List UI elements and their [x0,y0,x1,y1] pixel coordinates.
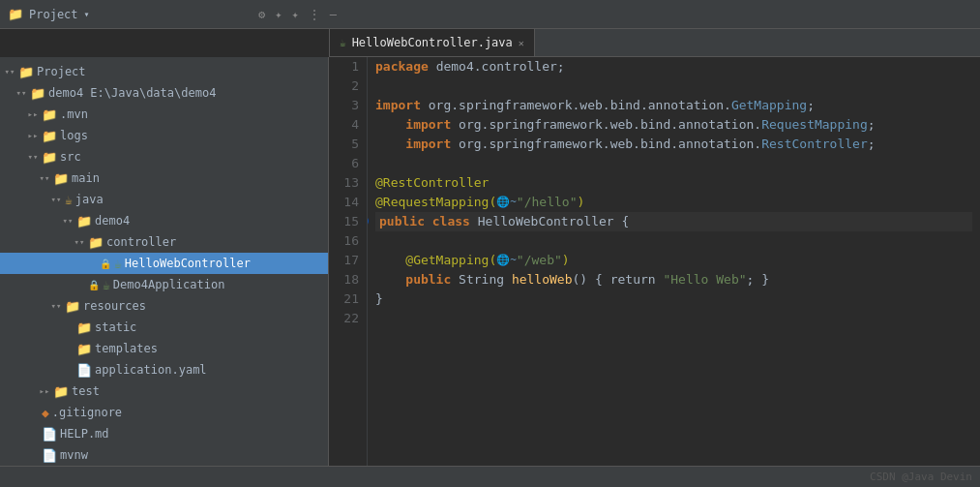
item-icon-15: 📁 [53,384,69,399]
bottom-bar: CSDN @Java Devin [0,466,980,487]
tab-bar: ☕ HelloWebController.java ✕ [329,29,980,57]
expand-arrow-4: ▾ [27,152,39,162]
code-line-14: @RequestMapping(🌐~"/hello") [375,193,972,212]
item-label-5: main [72,171,100,185]
main-content: ▾📁Project▾📁demo4 E:\Java\data\demo4▸📁.mv… [0,57,980,466]
code-line-2 [375,76,972,96]
item-label-10: Demo4Application [113,278,225,291]
settings-icon[interactable]: ⚙ [258,8,265,21]
line-num-16: 16 [337,231,359,251]
item-icon-14: 📄 [76,363,92,378]
sidebar-item-17[interactable]: 📄HELP.md [0,423,328,444]
expand-arrow-11: ▾ [50,301,62,311]
tab-hello-web-controller[interactable]: ☕ HelloWebController.java ✕ [330,29,535,56]
title-bar-left: 📁 Project ▾ ⚙ ✦ ✦ ⋮ — [8,7,337,21]
code-line-6 [375,154,972,173]
line-num-15: 15 [337,212,359,231]
item-label-6: java [75,193,104,206]
item-label-4: src [60,150,81,164]
sidebar-item-11[interactable]: ▾📁resources [0,295,328,317]
code-line-16 [375,231,972,251]
item-icon-13: 📁 [76,342,92,356]
debug-icon[interactable]: ✦ [292,8,299,21]
sidebar-item-0[interactable]: ▾📁Project [0,61,328,82]
item-icon-16: ◆ [42,406,49,420]
item-icon-7: 📁 [76,214,92,228]
line-num-13: 13 [337,173,359,193]
line-num-22: 22 [337,309,359,328]
sidebar-item-2[interactable]: ▸📁.mvn [0,104,328,125]
project-chevron[interactable]: ▾ [84,9,90,19]
line-num-5: 5 [337,135,359,154]
sidebar-item-9[interactable]: 🔒☕HelloWebController [0,253,328,274]
item-icon-6: ☕ [65,193,73,207]
item-label-13: templates [95,342,158,355]
sidebar-item-7[interactable]: ▾📁demo4 [0,210,328,231]
run-icon[interactable]: ✦ [275,8,282,21]
item-label-2: .mvn [60,107,88,121]
expand-arrow-3: ▸ [27,131,39,140]
item-icon-0: 📁 [18,65,34,79]
more-icon[interactable]: ⋮ [309,8,320,21]
title-bar: 📁 Project ▾ ⚙ ✦ ✦ ⋮ — [0,0,980,29]
code-line-3: [-]import org.springframework.web.bind.a… [375,96,972,115]
code-line-22 [375,309,972,328]
sidebar-item-14[interactable]: 📄application.yaml [0,359,328,380]
sidebar-item-16[interactable]: ◆.gitignore [0,402,328,423]
sidebar-item-6[interactable]: ▾☕java [0,189,328,210]
sidebar-item-1[interactable]: ▾📁demo4 E:\Java\data\demo4 [0,82,328,104]
item-icon-8: 📁 [88,235,104,250]
sidebar-item-18[interactable]: 📄mvnw [0,444,328,466]
sidebar-item-12[interactable]: 📁static [0,317,328,338]
line-num-21: 21 [337,289,359,309]
line-num-17: 17 [337,251,359,270]
sidebar-item-10[interactable]: 🔒☕Demo4Application [0,274,328,295]
expand-arrow-5: ▾ [39,173,50,183]
item-icon-1: 📁 [30,86,45,101]
sidebar-item-15[interactable]: ▸📁test [0,380,328,402]
code-line-21: } [375,289,972,309]
sidebar-item-4[interactable]: ▾📁src [0,146,328,167]
item-label-3: logs [60,129,88,142]
sidebar-item-8[interactable]: ▾📁controller [0,231,328,253]
sidebar-item-3[interactable]: ▸📁logs [0,125,328,146]
item-label-1: demo4 E:\Java\data\demo4 [48,86,216,100]
expand-arrow-7: ▾ [62,216,74,226]
project-title: Project [29,8,78,21]
tab-label: HelloWebController.java [352,36,513,49]
line-num-3: 3 [337,96,359,115]
expand-arrow-0: ▾ [4,67,15,76]
expand-arrow-2: ▸ [27,109,39,119]
item-icon-5: 📁 [53,171,69,186]
code-line-15: 🔵public class HelloWebController { [375,212,972,231]
item-label-18: mvnw [60,448,88,462]
code-line-5: [-] import org.springframework.web.bind.… [375,135,972,154]
item-icon-18: 📄 [42,448,57,463]
code-line-1: package demo4.controller; [375,57,972,76]
sidebar-item-13[interactable]: 📁templates [0,338,328,359]
item-label-16: .gitignore [52,406,122,419]
item-label-12: static [95,320,136,334]
sidebar-item-5[interactable]: ▾📁main [0,167,328,189]
item-label-11: resources [83,299,146,313]
item-label-8: controller [106,235,176,249]
line-num-2: 2 [337,76,359,96]
lock-icon-10: 🔒 [88,280,100,290]
item-icon-10: ☕ [103,278,110,292]
item-label-17: HELP.md [60,427,109,441]
item-icon-4: 📁 [42,150,57,165]
code-line-13: @RestController [375,173,972,193]
code-line-17: @GetMapping(🌐~"/web") [375,251,972,270]
line-numbers: 1234561314151617182122 [329,57,368,466]
minimize-icon[interactable]: — [330,8,337,21]
line-num-14: 14 [337,193,359,212]
item-label-9: HelloWebController [125,257,251,270]
tab-close-button[interactable]: ✕ [519,38,524,48]
expand-arrow-8: ▾ [74,237,85,247]
lock-icon-9: 🔒 [100,259,111,269]
item-label-0: Project [37,65,86,78]
gutter-debug-icon-15: 🔵 [368,212,370,231]
item-label-14: application.yaml [95,363,207,377]
project-folder-icon: 📁 [8,7,23,21]
code-lines[interactable]: package demo4.controller;[-]import org.s… [368,57,980,466]
